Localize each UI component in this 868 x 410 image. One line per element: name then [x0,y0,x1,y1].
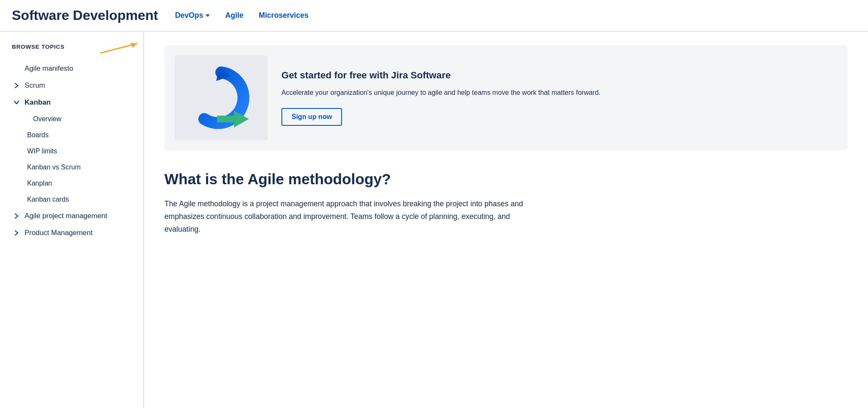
sidebar-item-kanban-cards[interactable]: Kanban cards [0,191,143,208]
page-title: Software Development [12,8,158,23]
sidebar-item-agile-manifesto[interactable]: Agile manifesto [0,60,143,77]
sidebar-item-label: Overview [33,115,61,123]
svg-rect-4 [217,116,235,122]
promo-logo [175,55,268,140]
arrow-annotation-icon [97,40,144,57]
main-content: Get started for free with Jira Software … [144,32,868,408]
chevron-right-icon [12,230,21,236]
sidebar-item-label: Product Management [25,229,92,237]
sidebar-item-label: Kanban vs Scrum [27,163,81,171]
nav-item-microservices[interactable]: Microservices [259,11,308,20]
sidebar-item-wip-limits[interactable]: WIP limits [0,143,143,159]
main-layout: BROWSE TOPICS Agile manifesto Scrum [0,32,868,408]
article-title: What is the Agile methodology? [164,171,848,188]
sidebar-item-label: Scrum [25,81,45,90]
article-body: The Agile methodology is a project manag… [164,198,546,236]
chevron-down-icon [206,14,210,17]
sidebar-item-label: Kanban cards [27,196,69,203]
promo-heading: Get started for free with Jira Software [281,70,837,81]
promo-text: Get started for free with Jira Software … [281,70,837,126]
sidebar-item-kanban[interactable]: Kanban [0,94,143,111]
sidebar-item-agile-project-management[interactable]: Agile project management [0,208,143,224]
sidebar-item-kanplan[interactable]: Kanplan [0,175,143,191]
browse-topics-container: BROWSE TOPICS [0,44,143,60]
sign-up-button[interactable]: Sign up now [281,108,342,126]
sidebar-list: Agile manifesto Scrum Kanban Overview [0,60,143,241]
chevron-right-icon [12,83,21,89]
page-header: Software Development DevOps Agile Micros… [0,0,868,32]
chevron-down-icon [12,100,21,105]
sidebar: BROWSE TOPICS Agile manifesto Scrum [0,32,144,408]
chevron-right-icon [12,213,21,219]
sidebar-item-label: Kanplan [27,180,52,187]
sidebar-item-label: Boards [27,131,49,139]
sidebar-item-scrum[interactable]: Scrum [0,77,143,94]
sidebar-item-kanban-vs-scrum[interactable]: Kanban vs Scrum [0,159,143,175]
sidebar-item-product-management[interactable]: Product Management [0,224,143,241]
sidebar-item-label: Kanban [25,98,51,107]
nav-item-agile[interactable]: Agile [225,11,243,20]
sidebar-item-boards[interactable]: Boards [0,127,143,143]
browse-topics-label: BROWSE TOPICS [12,44,64,50]
sidebar-item-label: Agile manifesto [25,64,73,73]
sidebar-item-overview[interactable]: Overview [0,111,143,127]
jira-logo-svg [183,64,259,132]
promo-description: Accelerate your organization's unique jo… [281,88,837,98]
sidebar-item-label: Agile project management [25,212,107,220]
promo-card: Get started for free with Jira Software … [164,45,848,150]
header-nav: DevOps Agile Microservices [175,11,309,20]
nav-item-devops[interactable]: DevOps [175,11,210,20]
sidebar-item-label: WIP limits [27,147,57,155]
